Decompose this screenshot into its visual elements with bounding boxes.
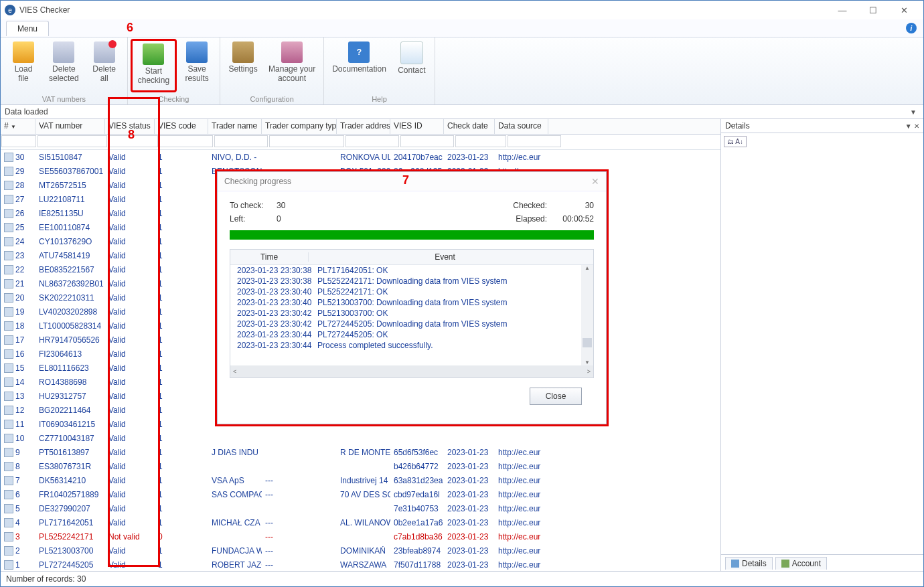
log-col-time[interactable]: Time: [230, 252, 309, 262]
info-icon[interactable]: i: [906, 23, 917, 33]
start-checking-button[interactable]: Start checking: [131, 39, 177, 92]
col-num[interactable]: # ▼: [1, 119, 35, 134]
dropdown-icon[interactable]: ▼: [905, 122, 912, 130]
col-trader-addr[interactable]: Trader address: [337, 119, 390, 134]
table-row[interactable]: 2PL5213003700Valid1FUNDACJA W---DOMINIKA…: [1, 543, 720, 558]
log-h-scrollbar[interactable]: <>: [230, 365, 593, 378]
table-row[interactable]: 8ES38076731RValid1b426b647722023-01-23ht…: [1, 459, 720, 473]
mail-icon: [400, 41, 423, 64]
delete-selected-button[interactable]: Delete selected: [44, 39, 84, 92]
ribbon-group-help: ?Documentation Contact Help: [324, 37, 435, 104]
col-vies-id[interactable]: VIES ID: [390, 119, 444, 134]
scroll-up-icon[interactable]: ▲: [585, 265, 590, 271]
ribbon-group-label: Checking: [128, 94, 220, 104]
log-row: 2023-01-23 23:30:44Process completed suc…: [230, 340, 593, 351]
elapsed-value: 00:00:52: [554, 214, 594, 224]
app-window: e VIES Checker — ☐ ✕ Menu i 6 Load file …: [0, 0, 924, 587]
row-icon: [4, 476, 13, 485]
pin-icon[interactable]: ✕: [914, 122, 919, 130]
close-window-button[interactable]: ✕: [889, 1, 919, 19]
ribbon-group-label: Help: [324, 94, 435, 104]
filter-addr[interactable]: [345, 135, 399, 147]
app-title: VIES Checker: [19, 5, 827, 15]
table-row[interactable]: 30SI51510847Valid1NIVO, D.D. -RONKOVA UL…: [1, 150, 720, 164]
sort-icon: ▼: [11, 124, 16, 130]
menubar: Menu i: [1, 19, 923, 37]
ribbon-group-config: Settings Manage your account Configurati…: [220, 37, 324, 104]
save-results-button[interactable]: Save results: [177, 39, 217, 92]
filter-dropdown-icon[interactable]: ▼: [910, 108, 917, 116]
minimize-button[interactable]: —: [827, 1, 858, 19]
table-delete-icon: [94, 41, 115, 63]
filter-name[interactable]: [214, 135, 268, 147]
row-icon: [4, 321, 13, 331]
filter-code[interactable]: [159, 135, 213, 147]
ribbon-group-checking: Start checking Save results Checking: [128, 37, 220, 104]
row-icon: [4, 532, 13, 541]
col-vies-code[interactable]: VIES code: [155, 119, 208, 134]
ribbon: Load file Delete selected Delete all VAT…: [1, 37, 923, 105]
scroll-thumb[interactable]: [583, 338, 592, 347]
row-icon: [4, 279, 13, 288]
filter-type[interactable]: [269, 135, 344, 147]
record-count-label: Number of records: 30: [6, 574, 86, 584]
col-trader-type[interactable]: Trader company type: [262, 119, 337, 134]
filter-date[interactable]: [455, 135, 506, 147]
close-button[interactable]: Close: [530, 388, 582, 405]
row-icon: [4, 195, 13, 204]
row-icon: [4, 307, 13, 317]
save-icon: [186, 41, 208, 63]
tab-account[interactable]: Account: [775, 557, 827, 570]
row-icon: [4, 448, 13, 457]
row-icon: [4, 181, 13, 190]
table-row[interactable]: 4PL7171642051Valid1MICHAŁ CZA---AL. WILA…: [1, 515, 720, 529]
contact-button[interactable]: Contact: [392, 39, 432, 92]
row-icon: [4, 265, 13, 274]
row-icon: [4, 518, 13, 527]
row-icon: [4, 504, 13, 513]
checked-label: Checked:: [500, 201, 554, 210]
delete-all-button[interactable]: Delete all: [84, 39, 125, 92]
settings-button[interactable]: Settings: [223, 39, 263, 92]
start-icon: [143, 44, 164, 65]
filter-src[interactable]: [508, 135, 561, 147]
col-vat[interactable]: VAT number: [35, 119, 105, 134]
annotation-6: 6: [127, 21, 133, 35]
dialog-title: Checking progress: [224, 177, 291, 186]
row-icon: [4, 363, 13, 373]
table-row[interactable]: 1PL7272445205Valid1ROBERT JAZG---WARSZAW…: [1, 558, 720, 571]
tab-details[interactable]: Details: [725, 557, 773, 570]
table-row[interactable]: 9PT501613897Valid1J DIAS INDUR DE MONTE6…: [1, 445, 720, 459]
dialog-close-icon[interactable]: ✕: [591, 176, 599, 187]
filter-vat[interactable]: [37, 135, 107, 147]
sort-az-button[interactable]: 🗂 A↓: [724, 136, 747, 147]
maximize-button[interactable]: ☐: [858, 1, 889, 19]
load-file-button[interactable]: Load file: [3, 39, 44, 92]
filter-num[interactable]: [1, 135, 36, 147]
to-check-label: To check:: [230, 201, 277, 210]
manage-account-button[interactable]: Manage your account: [263, 39, 321, 92]
row-icon: [4, 560, 13, 570]
row-icon: [4, 406, 13, 415]
scroll-down-icon[interactable]: ▼: [585, 359, 590, 365]
col-trader-name[interactable]: Trader name: [208, 119, 262, 134]
log-col-event[interactable]: Event: [309, 252, 581, 262]
row-icon: [4, 378, 13, 387]
table-row[interactable]: 5DE327990207Valid17e31b407532023-01-23ht…: [1, 501, 720, 515]
filter-id[interactable]: [400, 135, 454, 147]
row-icon: [4, 167, 13, 176]
col-check-date[interactable]: Check date: [444, 119, 495, 134]
col-data-source[interactable]: Data source: [495, 119, 548, 134]
grid-header-row: # ▼ VAT number VIES status VIES code Tra…: [1, 119, 720, 135]
details-icon: [731, 560, 739, 568]
row-icon: [4, 420, 13, 429]
table-row[interactable]: 7DK56314210Valid1VSA ApS---Industrivej 1…: [1, 473, 720, 487]
table-row[interactable]: 10CZ7710043187Valid1: [1, 431, 720, 445]
menu-tab[interactable]: Menu: [6, 21, 49, 36]
log-scrollbar[interactable]: ▲ ▼: [581, 265, 593, 365]
annotation-7: 7: [402, 173, 409, 187]
table-row[interactable]: 3PL5252242171Not valid0---c7ab1d8ba36202…: [1, 529, 720, 543]
log-box: Time Event 2023-01-23 23:30:38PL71716420…: [230, 249, 594, 378]
table-row[interactable]: 6FR10402571889Valid1SAS COMPAG---70 AV D…: [1, 487, 720, 501]
documentation-button[interactable]: ?Documentation: [327, 39, 392, 92]
